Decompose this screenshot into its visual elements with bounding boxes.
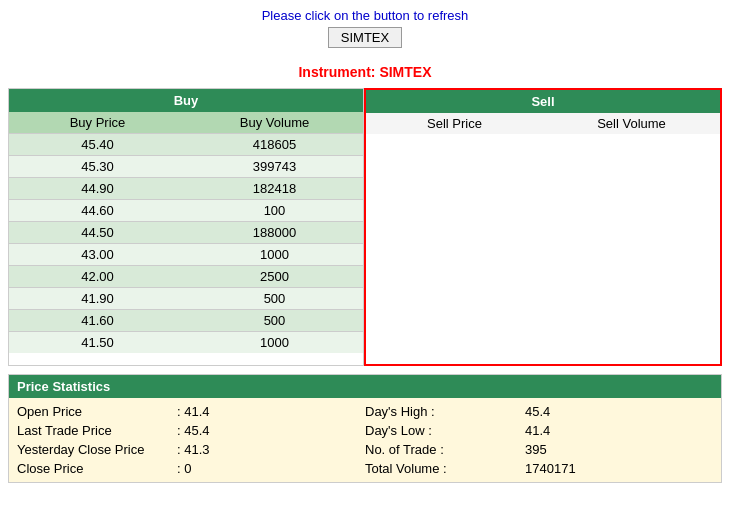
buy-price-cell: 43.00 — [9, 244, 186, 265]
buy-price-cell: 44.90 — [9, 178, 186, 199]
sell-section: Sell Sell Price Sell Volume — [364, 88, 722, 366]
instrument-prefix: Instrument: — [298, 64, 379, 80]
stats-value: 1740171 — [525, 461, 576, 476]
buy-volume-cell: 182418 — [186, 178, 363, 199]
stats-label: Yesterday Close Price — [17, 442, 177, 457]
buy-section: Buy Buy Price Buy Volume 45.40 418605 45… — [8, 88, 364, 366]
table-row: 44.60 100 — [9, 199, 363, 221]
stats-right: Day's High :45.4Day's Low :41.4No. of Tr… — [365, 402, 713, 478]
buy-volume-cell: 500 — [186, 288, 363, 309]
buy-volume-cell: 1000 — [186, 332, 363, 353]
stats-row: Day's High :45.4 — [365, 402, 713, 421]
stats-row: Total Volume :1740171 — [365, 459, 713, 478]
stats-row: No. of Trade :395 — [365, 440, 713, 459]
stats-label: Open Price — [17, 404, 177, 419]
stats-row: Last Trade Price: 45.4 — [17, 421, 365, 440]
buy-col-headers: Buy Price Buy Volume — [9, 112, 363, 133]
refresh-button[interactable]: SIMTEX — [328, 27, 402, 48]
top-section: Please click on the button to refresh SI… — [0, 0, 730, 52]
table-row: 45.30 399743 — [9, 155, 363, 177]
stats-value: 41.4 — [525, 423, 550, 438]
stats-row: Open Price: 41.4 — [17, 402, 365, 421]
buy-price-cell: 44.50 — [9, 222, 186, 243]
stats-label: Day's High : — [365, 404, 525, 419]
table-row: 41.50 1000 — [9, 331, 363, 353]
stats-value: : 41.4 — [177, 404, 210, 419]
table-row: 41.60 500 — [9, 309, 363, 331]
buy-price-cell: 42.00 — [9, 266, 186, 287]
stats-section: Price Statistics Open Price: 41.4Last Tr… — [8, 374, 722, 483]
sell-header: Sell — [366, 90, 720, 113]
buy-price-cell: 44.60 — [9, 200, 186, 221]
stats-value: : 45.4 — [177, 423, 210, 438]
buy-price-cell: 41.90 — [9, 288, 186, 309]
stats-header: Price Statistics — [9, 375, 721, 398]
sell-col-headers: Sell Price Sell Volume — [366, 113, 720, 134]
table-row: 45.40 418605 — [9, 133, 363, 155]
stats-value: : 0 — [177, 461, 191, 476]
table-row: 41.90 500 — [9, 287, 363, 309]
buy-volume-cell: 188000 — [186, 222, 363, 243]
table-row: 43.00 1000 — [9, 243, 363, 265]
stats-value: 395 — [525, 442, 547, 457]
stats-body: Open Price: 41.4Last Trade Price: 45.4Ye… — [9, 398, 721, 482]
main-table: Buy Buy Price Buy Volume 45.40 418605 45… — [8, 88, 722, 366]
stats-row: Yesterday Close Price: 41.3 — [17, 440, 365, 459]
instrument-name: SIMTEX — [379, 64, 431, 80]
buy-price-cell: 45.30 — [9, 156, 186, 177]
buy-price-cell: 45.40 — [9, 134, 186, 155]
buy-header: Buy — [9, 89, 363, 112]
buy-price-cell: 41.50 — [9, 332, 186, 353]
sell-empty-area — [366, 134, 720, 364]
stats-label: Last Trade Price — [17, 423, 177, 438]
buy-volume-cell: 399743 — [186, 156, 363, 177]
buy-volume-cell: 100 — [186, 200, 363, 221]
buy-rows: 45.40 418605 45.30 399743 44.90 182418 4… — [9, 133, 363, 353]
sell-price-header: Sell Price — [366, 113, 543, 134]
table-row: 44.90 182418 — [9, 177, 363, 199]
buy-volume-cell: 2500 — [186, 266, 363, 287]
stats-label: Close Price — [17, 461, 177, 476]
stats-label: Total Volume : — [365, 461, 525, 476]
table-row: 44.50 188000 — [9, 221, 363, 243]
sell-volume-header: Sell Volume — [543, 113, 720, 134]
buy-volume-cell: 1000 — [186, 244, 363, 265]
stats-left: Open Price: 41.4Last Trade Price: 45.4Ye… — [17, 402, 365, 478]
stats-row: Day's Low :41.4 — [365, 421, 713, 440]
stats-label: Day's Low : — [365, 423, 525, 438]
buy-volume-cell: 500 — [186, 310, 363, 331]
table-row: 42.00 2500 — [9, 265, 363, 287]
stats-row: Close Price: 0 — [17, 459, 365, 478]
refresh-text: Please click on the button to refresh — [0, 8, 730, 23]
stats-value: 45.4 — [525, 404, 550, 419]
buy-volume-header: Buy Volume — [186, 112, 363, 133]
buy-price-cell: 41.60 — [9, 310, 186, 331]
buy-price-header: Buy Price — [9, 112, 186, 133]
stats-label: No. of Trade : — [365, 442, 525, 457]
stats-value: : 41.3 — [177, 442, 210, 457]
buy-volume-cell: 418605 — [186, 134, 363, 155]
instrument-label: Instrument: SIMTEX — [0, 64, 730, 80]
